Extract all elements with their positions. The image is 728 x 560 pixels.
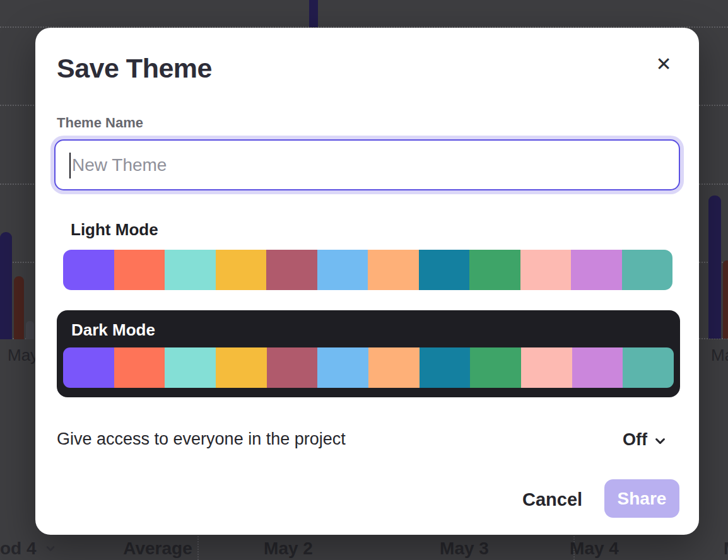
theme-name-input[interactable] [56, 141, 679, 189]
column-header-may3: May 3 [440, 539, 489, 559]
chart-bar [708, 195, 721, 339]
chevron-down-icon [654, 435, 666, 447]
palette-swatch [114, 250, 165, 290]
palette-swatch [420, 347, 471, 388]
dark-mode-palette [63, 347, 674, 388]
palette-swatch [470, 347, 521, 388]
column-header-partial: M [724, 539, 728, 559]
save-theme-dialog: Save Theme ✕ Theme Name Light Mode Dark … [35, 28, 699, 535]
column-header-may2: May 2 [264, 539, 313, 559]
palette-swatch [216, 347, 267, 388]
dark-mode-label: Dark Mode [71, 320, 155, 340]
column-header-average: Average [123, 539, 192, 559]
palette-swatch [572, 347, 623, 388]
access-dropdown[interactable]: Off [621, 428, 667, 452]
palette-swatch [165, 347, 216, 388]
dialog-title: Save Theme [57, 53, 212, 84]
palette-swatch [63, 250, 114, 290]
period-dropdown-label: od 4 [0, 539, 37, 559]
light-mode-palette [63, 250, 672, 290]
palette-swatch [63, 347, 114, 388]
dark-mode-card: Dark Mode [57, 310, 680, 397]
chart-bar [723, 260, 728, 339]
palette-swatch [165, 250, 216, 290]
light-mode-label: Light Mode [71, 220, 158, 240]
palette-swatch [520, 250, 572, 290]
cancel-button[interactable]: Cancel [512, 483, 592, 516]
x-axis-label-may: May [8, 346, 38, 365]
palette-swatch [622, 250, 673, 290]
palette-swatch [267, 347, 318, 388]
chart-bar [0, 232, 12, 339]
chevron-down-icon [45, 544, 56, 554]
palette-swatch [469, 250, 520, 290]
dimmed-page-backdrop: May Ma od 4 Average May 2 May 3 May 4 M … [0, 0, 728, 560]
palette-swatch [623, 347, 674, 388]
palette-swatch [317, 347, 368, 388]
close-icon: ✕ [655, 55, 671, 74]
theme-name-field [54, 139, 680, 190]
chart-bar [309, 0, 318, 27]
palette-swatch [317, 250, 368, 290]
text-caret [69, 153, 71, 178]
palette-swatch [114, 347, 165, 388]
access-value: Off [623, 430, 647, 450]
palette-swatch [368, 347, 420, 388]
column-header-may4: May 4 [570, 539, 619, 559]
palette-swatch [521, 347, 572, 388]
theme-name-label: Theme Name [57, 115, 143, 131]
chart-bar [14, 276, 24, 339]
theme-name-input-wrapper [50, 136, 684, 194]
access-label: Give access to everyone in the project [57, 429, 346, 449]
palette-swatch [216, 250, 267, 290]
palette-swatch [266, 250, 317, 290]
column-divider [197, 534, 199, 560]
chart-bar [26, 321, 34, 339]
period-dropdown: od 4 [0, 539, 56, 559]
palette-swatch [419, 250, 470, 290]
palette-swatch [571, 250, 622, 290]
share-button[interactable]: Share [604, 479, 679, 518]
palette-swatch [368, 250, 419, 290]
x-axis-label-ma: Ma [711, 346, 728, 365]
close-button[interactable]: ✕ [650, 50, 678, 78]
